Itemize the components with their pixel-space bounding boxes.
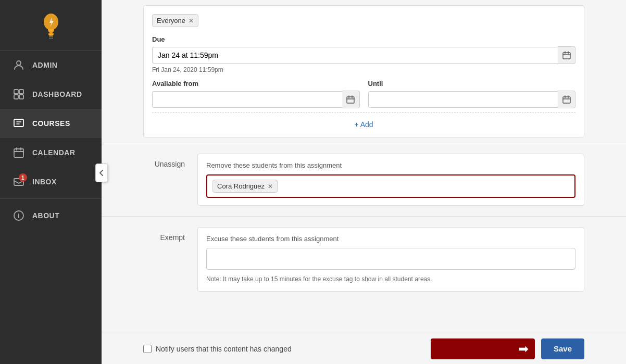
notify-label: Notify users that this content has chang… xyxy=(156,345,292,353)
unassign-tag-input-area[interactable]: Cora Rodriguez ✕ xyxy=(206,174,575,198)
courses-icon xyxy=(12,117,25,130)
sidebar-item-inbox-label: INBOX xyxy=(32,178,89,186)
add-button-row: + Add xyxy=(152,112,575,129)
svg-rect-8 xyxy=(14,95,18,99)
svg-rect-6 xyxy=(14,90,18,94)
save-button[interactable]: Save xyxy=(541,338,584,359)
svg-rect-9 xyxy=(19,95,23,99)
due-date-field: Due Fri Jan 24, 2020 11:59pm xyxy=(152,35,575,73)
sidebar-item-dashboard[interactable]: DASHBOARD xyxy=(0,80,102,109)
exempt-tag-input-area[interactable] xyxy=(206,248,575,270)
exempt-content: Excuse these students from this assignme… xyxy=(197,227,584,292)
due-date-input[interactable] xyxy=(152,47,558,64)
due-date-calendar-button[interactable] xyxy=(558,46,575,64)
assign-to-tag-remove[interactable]: ✕ xyxy=(189,17,194,24)
available-from-field: Available from xyxy=(152,80,360,108)
exempt-description: Excuse these students from this assignme… xyxy=(206,235,575,243)
sidebar-item-dashboard-label: DASHBOARD xyxy=(32,90,89,98)
footer-bar: Notify users that this content has chang… xyxy=(102,333,626,364)
sidebar-logo xyxy=(0,0,102,51)
unassign-student-tag: Cora Rodriguez ✕ xyxy=(212,180,278,193)
svg-rect-16 xyxy=(563,97,570,103)
assign-to-tag: Everyone ✕ xyxy=(152,14,198,27)
assign-block: Everyone ✕ Due Fri Jan 24, 2020 11:59pm … xyxy=(143,5,584,137)
sidebar-item-about[interactable]: ABOUT xyxy=(0,201,102,230)
sidebar: ADMIN DASHBOARD COURSES CALENDAR 1 xyxy=(0,0,102,364)
due-date-hint: Fri Jan 24, 2020 11:59pm xyxy=(152,66,575,73)
svg-rect-2 xyxy=(49,35,53,36)
available-from-input[interactable] xyxy=(152,91,342,108)
sidebar-item-about-label: ABOUT xyxy=(32,211,89,220)
arrow-action-button[interactable]: ➡ xyxy=(431,338,535,359)
inbox-icon: 1 xyxy=(12,175,25,188)
svg-rect-3 xyxy=(49,37,51,39)
assign-to-row: Everyone ✕ xyxy=(152,14,575,27)
due-date-label: Due xyxy=(152,35,575,43)
add-assign-label: + Add xyxy=(354,120,373,129)
calendar-icon xyxy=(12,146,25,159)
notify-checkbox-group: Notify users that this content has chang… xyxy=(143,345,292,353)
due-date-input-row xyxy=(152,46,575,64)
exempt-note: Note: It may take up to 15 minutes for t… xyxy=(206,275,575,284)
until-label: Until xyxy=(368,80,576,87)
unassign-description: Remove these students from this assignme… xyxy=(206,161,575,169)
sidebar-navigation: ADMIN DASHBOARD COURSES CALENDAR 1 xyxy=(0,51,102,364)
add-assign-button[interactable]: + Add xyxy=(354,120,373,129)
svg-rect-14 xyxy=(563,53,570,59)
until-input[interactable] xyxy=(368,91,558,108)
sidebar-item-inbox[interactable]: 1 INBOX xyxy=(0,167,102,196)
unassign-student-tag-remove[interactable]: ✕ xyxy=(268,183,273,190)
about-icon xyxy=(12,209,25,222)
inbox-badge: 1 xyxy=(19,173,27,182)
svg-rect-1 xyxy=(48,33,54,35)
available-from-calendar-button[interactable] xyxy=(342,91,360,108)
notify-checkbox[interactable] xyxy=(143,345,152,353)
svg-rect-11 xyxy=(14,149,23,157)
available-from-label: Available from xyxy=(152,80,360,87)
sidebar-collapse-button[interactable] xyxy=(95,164,108,182)
sidebar-item-courses[interactable]: COURSES xyxy=(0,109,102,138)
unassign-student-tag-label: Cora Rodriguez xyxy=(217,182,265,190)
sidebar-item-calendar[interactable]: CALENDAR xyxy=(0,138,102,167)
until-calendar-button[interactable] xyxy=(558,91,575,108)
footer-actions: ➡ Save xyxy=(431,338,584,359)
unassign-row: Unassign Remove these students from this… xyxy=(102,143,626,216)
svg-point-5 xyxy=(17,61,21,65)
svg-rect-15 xyxy=(347,97,354,103)
until-field: Until xyxy=(368,80,576,108)
canvas-logo-icon xyxy=(37,10,65,42)
sidebar-item-admin[interactable]: ADMIN xyxy=(0,51,102,80)
available-row: Available from Until xyxy=(152,80,575,108)
exempt-row: Exempt Excuse these students from this a… xyxy=(102,216,626,302)
dashboard-icon xyxy=(12,88,25,101)
sidebar-item-courses-label: COURSES xyxy=(32,119,89,128)
arrow-right-icon: ➡ xyxy=(518,342,529,356)
exempt-label: Exempt xyxy=(143,227,185,242)
assign-to-tag-label: Everyone xyxy=(157,17,185,24)
sidebar-item-calendar-label: CALENDAR xyxy=(32,148,89,157)
svg-rect-10 xyxy=(14,119,23,127)
unassign-label: Unassign xyxy=(143,154,185,168)
svg-rect-7 xyxy=(19,90,23,94)
svg-rect-4 xyxy=(52,37,53,39)
main-content: Everyone ✕ Due Fri Jan 24, 2020 11:59pm … xyxy=(102,0,626,364)
unassign-content: Remove these students from this assignme… xyxy=(197,154,584,206)
admin-icon xyxy=(12,59,25,71)
sidebar-item-admin-label: ADMIN xyxy=(32,61,89,69)
